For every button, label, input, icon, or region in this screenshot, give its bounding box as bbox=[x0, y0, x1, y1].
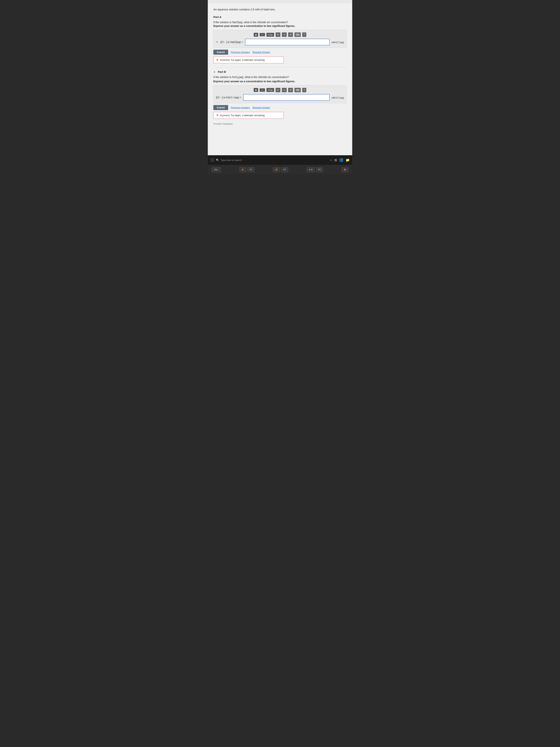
part-b-equation-label: [Cl−] in FeCl3(aq) = bbox=[216, 96, 241, 99]
part-a-section: Part A If the solution is NaCl(aq), what… bbox=[213, 16, 347, 63]
part-b-error-box: ✕ Incorrect; Try Again; 3 attempts remai… bbox=[213, 112, 284, 119]
key-brightness-up[interactable]: 🔆 bbox=[273, 167, 280, 172]
part-a-help-btn[interactable]: ? bbox=[302, 32, 306, 37]
taskbar-folder-icon[interactable]: 📁 bbox=[346, 158, 350, 162]
part-a-asigma-label: ΑΣφ bbox=[268, 33, 273, 36]
part-a-label: Part A bbox=[213, 16, 347, 19]
part-b-label: ▼ Part B bbox=[213, 70, 347, 73]
taskbar-edge-icon[interactable]: 🌐 bbox=[339, 158, 343, 162]
search-placeholder[interactable]: Type here to search bbox=[220, 159, 242, 161]
part-a-keyboard-btn[interactable]: ⌨ bbox=[294, 32, 301, 37]
part-b-sqrt-btn[interactable]: √□ bbox=[260, 88, 265, 92]
part-a-cursor-icon: ↖ bbox=[216, 41, 218, 44]
content-area: An aqueous solution contains 2.8 mM of t… bbox=[208, 3, 352, 155]
provide-feedback-link[interactable]: Provide Feedback bbox=[213, 123, 347, 125]
part-b-section: ▼ Part B If the solution is FeCl3(aq), w… bbox=[213, 70, 347, 119]
key-brightness-down[interactable]: 🔅 bbox=[239, 167, 246, 172]
part-a-request-answer-btn[interactable]: Request Answer bbox=[252, 51, 270, 54]
part-b-help-btn[interactable]: ? bbox=[302, 88, 306, 92]
part-a-square-icon[interactable]: ■ bbox=[254, 33, 258, 37]
part-a-unit: mM Cl−(aq) bbox=[331, 41, 344, 44]
problem-statement: An aqueous solution contains 2.8 mM of t… bbox=[213, 7, 347, 11]
part-a-prev-answers-btn[interactable]: Previous Answers bbox=[231, 51, 250, 54]
key-esc[interactable]: Esc bbox=[212, 167, 221, 172]
part-a-asigma-btn[interactable]: ΑΣφ bbox=[266, 33, 274, 37]
screen-container: An aqueous solution contains 2.8 mM of t… bbox=[208, 0, 352, 174]
part-b-prev-answers-btn[interactable]: Previous Answers bbox=[231, 106, 250, 109]
part-b-action-row: Submit Previous Answers Request Answer bbox=[213, 105, 347, 110]
part-b-unit: mM Cl−(aq) bbox=[331, 96, 344, 99]
part-b-error-message: Incorrect; Try Again; 3 attempts remaini… bbox=[220, 114, 265, 117]
part-b-request-answer-btn[interactable]: Request Answer bbox=[252, 106, 270, 109]
part-b-answer-box: ■ √□ ΑΣφ ↩ ↪ ↺ ⌨ ? [Cl−] in FeC bbox=[213, 85, 347, 103]
part-b-keyboard-btn[interactable]: ⌨ bbox=[294, 88, 301, 92]
part-a-answer-box: ■ √□ ΑΣφ ↩ ↪ ↺ ⌨ ? ↖ bbox=[213, 30, 347, 48]
part-b-redo-btn[interactable]: ↪ bbox=[282, 88, 287, 92]
search-icon: 🔍 bbox=[216, 159, 219, 161]
top-bar bbox=[208, 0, 352, 3]
taskbar: 🔍 Type here to search ○ ⊞ 🌐 📁 bbox=[208, 155, 352, 165]
taskbar-icons: ○ ⊞ 🌐 📁 bbox=[330, 158, 350, 162]
part-b-input-row: [Cl−] in FeCl3(aq) = mM Cl−(aq) bbox=[216, 94, 344, 101]
part-a-input-row: ↖ [Cl−] in NaCl(aq) = mM Cl−(aq) bbox=[216, 39, 344, 45]
part-b-square-icon[interactable]: ■ bbox=[254, 88, 258, 92]
part-a-submit-btn[interactable]: Submit bbox=[213, 50, 228, 55]
key-play-pause[interactable]: ⏵⏸ bbox=[307, 167, 315, 172]
taskbar-monitor-icon[interactable]: ⊞ bbox=[334, 158, 337, 162]
part-b-submit-btn[interactable]: Submit bbox=[213, 105, 228, 110]
part-b-asigma-btn[interactable]: ΑΣφ bbox=[266, 88, 274, 92]
part-a-redo-btn[interactable]: ↪ bbox=[282, 32, 287, 37]
key-f1[interactable]: F1 bbox=[247, 167, 255, 172]
part-b-toolbar: ■ √□ ΑΣφ ↩ ↪ ↺ ⌨ ? bbox=[216, 88, 344, 92]
keyboard-area: Esc 🔅 F1 🔆 F2 ⏵⏸ F3 🔇 bbox=[208, 165, 352, 174]
part-b-question: If the solution is FeCl3(aq), what is th… bbox=[213, 76, 347, 79]
windows-start-icon[interactable] bbox=[210, 158, 214, 162]
keyboard-top-row: Esc 🔅 F1 🔆 F2 ⏵⏸ F3 🔇 bbox=[212, 167, 348, 172]
part-b-instruction: Express your answer as a concentration t… bbox=[213, 80, 347, 83]
part-a-undo-btn[interactable]: ↩ bbox=[275, 32, 281, 37]
part-b-error-icon: ✕ bbox=[216, 113, 218, 117]
search-bar: 🔍 Type here to search bbox=[216, 159, 242, 161]
part-a-error-icon: ✕ bbox=[216, 58, 218, 62]
part-b-asigma-label: ΑΣφ bbox=[268, 88, 273, 91]
part-a-error-box: ✕ Incorrect; Try Again; 4 attempts remai… bbox=[213, 56, 284, 63]
part-a-equation-label: [Cl−] in NaCl(aq) = bbox=[220, 41, 243, 44]
part-a-input[interactable] bbox=[245, 39, 330, 45]
part-b-triangle-icon: ▼ bbox=[213, 71, 216, 73]
key-f3[interactable]: F3 bbox=[316, 167, 323, 172]
part-a-toolbar: ■ √□ ΑΣφ ↩ ↪ ↺ ⌨ ? bbox=[216, 32, 344, 37]
part-a-refresh-btn[interactable]: ↺ bbox=[288, 32, 293, 37]
part-a-question: If the solution is NaCl(aq), what is the… bbox=[213, 21, 347, 24]
part-a-action-row: Submit Previous Answers Request Answer bbox=[213, 50, 347, 55]
part-b-undo-btn[interactable]: ↩ bbox=[275, 88, 281, 92]
part-a-error-message: Incorrect; Try Again; 4 attempts remaini… bbox=[220, 58, 265, 61]
part-b-label-text: Part B bbox=[218, 70, 226, 73]
taskbar-circle-icon[interactable]: ○ bbox=[330, 158, 332, 162]
part-a-sqrt-btn[interactable]: √□ bbox=[260, 33, 265, 36]
part-a-instruction: Express your answer as a concentration t… bbox=[213, 24, 347, 27]
key-f2[interactable]: F2 bbox=[281, 167, 288, 172]
part-b-input[interactable] bbox=[243, 94, 330, 101]
part-b-refresh-btn[interactable]: ↺ bbox=[288, 88, 293, 92]
key-mute[interactable]: 🔇 bbox=[342, 167, 348, 172]
